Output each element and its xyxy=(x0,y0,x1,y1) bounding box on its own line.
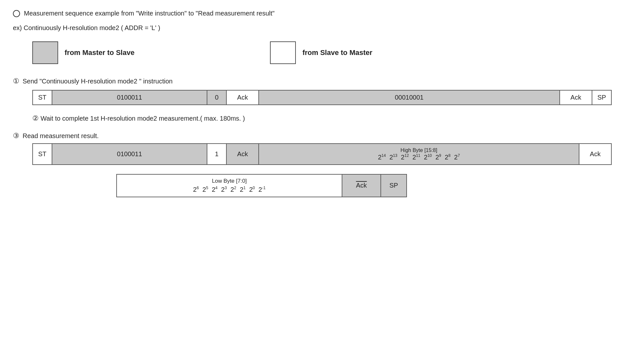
step1-title: ① Send "Continuously H-resolution mode2 … xyxy=(13,77,631,85)
cell-ack3: Ack xyxy=(226,144,259,165)
ack-overline: Ack xyxy=(356,182,367,189)
step1-table: ST 0100011 0 Ack 00010001 Ack SP xyxy=(32,90,612,105)
step2-label: Wait to complete 1st H-resolution mode2 … xyxy=(41,115,245,122)
cell-st2: ST xyxy=(33,144,52,165)
legend-label-master-slave: from Master to Slave xyxy=(65,49,134,57)
cell-st: ST xyxy=(33,90,52,105)
legend-master-to-slave: from Master to Slave xyxy=(32,41,134,64)
step3-title: ③ Read measurement result. xyxy=(13,132,631,140)
step2-section: ② Wait to complete 1st H-resolution mode… xyxy=(32,114,631,123)
header-title: Measurement sequence example from "Write… xyxy=(24,10,275,17)
cell-addr: 0100011 xyxy=(52,90,207,105)
cell-data: 00010001 xyxy=(259,90,560,105)
step1-label: Send "Continuously H-resolution mode2 " … xyxy=(23,78,172,85)
header-section: Measurement sequence example from "Write… xyxy=(13,10,631,17)
legend-box-filled xyxy=(32,41,58,64)
cell-addr2: 0100011 xyxy=(52,144,207,165)
step2-num: ② xyxy=(32,114,39,122)
high-byte-label: High Byte [15:8] xyxy=(261,147,577,153)
cell-nack: Ack xyxy=(342,174,381,197)
cell-sp: SP xyxy=(592,90,611,105)
example-line: ex) Continuously H-resolution mode2 ( AD… xyxy=(13,24,631,32)
cell-highbyte: High Byte [15:8] 214 213 212 211 210 29 … xyxy=(259,144,579,165)
legend-box-empty xyxy=(270,41,296,64)
cell-lowbyte: Low Byte [7:0] 26 25 24 23 22 21 20 2-1 xyxy=(117,174,342,197)
step3-label: Read measurement result. xyxy=(23,132,99,140)
cell-rw2: 1 xyxy=(207,144,226,165)
low-byte-wrapper: Low Byte [7:0] 26 25 24 23 22 21 20 2-1 … xyxy=(116,174,631,197)
step3-num: ③ xyxy=(13,132,19,140)
legend-row: from Master to Slave from Slave to Maste… xyxy=(32,41,631,64)
cell-rw: 0 xyxy=(207,90,226,105)
bullet-circle xyxy=(13,10,20,17)
legend-label-slave-master: from Slave to Master xyxy=(302,49,372,57)
low-byte-label: Low Byte [7:0] xyxy=(119,178,340,184)
cell-sp2: SP xyxy=(381,174,407,197)
legend-slave-to-master: from Slave to Master xyxy=(270,41,372,64)
step1-num: ① xyxy=(13,77,19,85)
cell-ack4: Ack xyxy=(579,144,611,165)
step3-table-top: ST 0100011 1 Ack High Byte [15:8] 214 21… xyxy=(32,143,612,165)
cell-ack1: Ack xyxy=(226,90,259,105)
cell-ack2: Ack xyxy=(560,90,592,105)
step3-table-bottom: Low Byte [7:0] 26 25 24 23 22 21 20 2-1 … xyxy=(116,174,407,197)
